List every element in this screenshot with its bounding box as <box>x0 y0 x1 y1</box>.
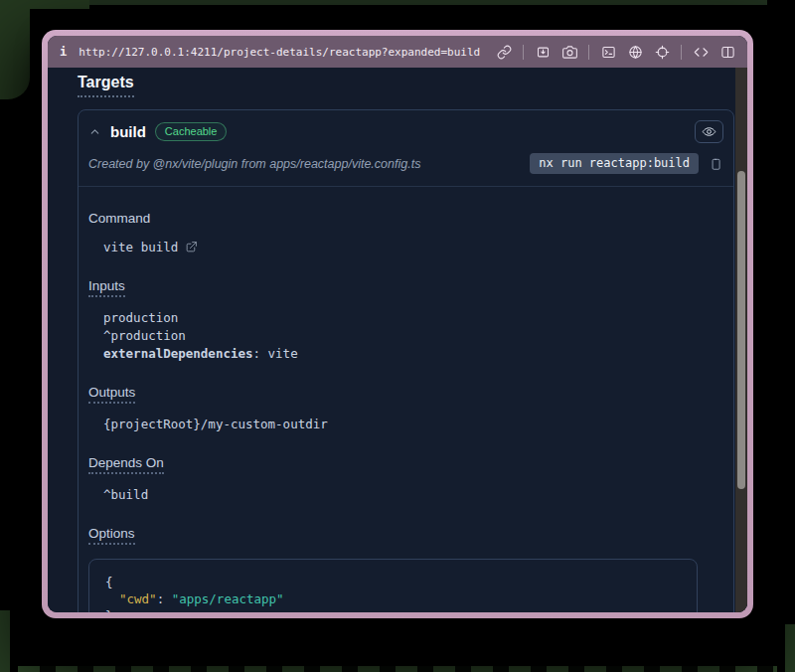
topbar-icon-group <box>496 44 735 60</box>
outputs-section: Outputs {projectRoot}/my-custom-outdir <box>88 383 723 433</box>
split-panel-icon[interactable] <box>719 44 735 60</box>
browser-topbar: i http://127.0.0.1:4211/project-details/… <box>48 36 747 68</box>
depends-on-section: Depends On ^build <box>88 453 723 504</box>
save-screenshot-icon[interactable] <box>535 44 551 60</box>
terminal-icon[interactable] <box>600 44 616 60</box>
json-key: "cwd" <box>119 591 157 606</box>
input-key-value: : vite <box>253 346 298 361</box>
crosshair-icon[interactable] <box>654 44 670 60</box>
topbar-separator <box>523 45 524 60</box>
address-bar[interactable]: http://127.0.0.1:4211/project-details/re… <box>79 46 480 59</box>
build-target-body: Command vite build Inputs production <box>79 186 733 612</box>
inputs-label: Inputs <box>88 278 125 297</box>
json-line: { <box>105 574 681 590</box>
scrollbar-track[interactable] <box>735 68 747 612</box>
options-section: Options { "cwd": "apps/reactapp" } <box>88 524 723 612</box>
background-dashed-bottom-edge <box>18 666 777 672</box>
globe-icon[interactable] <box>627 44 643 60</box>
depends-on-label: Depends On <box>88 455 164 474</box>
command-value: vite build <box>103 239 178 256</box>
eye-icon <box>702 124 716 139</box>
command-section: Command vite build <box>88 209 723 256</box>
build-target-header[interactable]: build Cacheable <box>79 110 733 149</box>
input-item: production <box>103 309 723 327</box>
inputs-section: Inputs production ^production externalDe… <box>88 276 723 363</box>
output-item: {projectRoot}/my-custom-outdir <box>103 416 723 433</box>
topbar-separator <box>588 45 589 60</box>
info-icon: i <box>60 45 67 59</box>
code-icon[interactable] <box>693 44 709 60</box>
background-corner-bottom-left <box>0 610 10 672</box>
background-corner-top-left-block <box>0 0 30 99</box>
chevron-up-icon[interactable] <box>88 125 101 138</box>
background-corner-bottom-right <box>785 624 795 672</box>
created-by-text: Created by @nx/vite/plugin from apps/rea… <box>88 157 420 171</box>
link-icon[interactable] <box>496 44 512 60</box>
cacheable-badge: Cacheable <box>155 122 228 141</box>
target-name: build <box>110 123 146 140</box>
options-label: Options <box>88 526 135 545</box>
camera-icon[interactable] <box>561 44 577 60</box>
json-separator: : <box>157 591 172 606</box>
outputs-label: Outputs <box>88 385 135 404</box>
input-item: ^production <box>103 327 723 345</box>
view-in-graph-button[interactable] <box>695 120 723 143</box>
input-item: externalDependencies: vite <box>103 345 723 363</box>
json-value: "apps/reactapp" <box>172 591 284 606</box>
build-target-meta: Created by @nx/vite/plugin from apps/rea… <box>79 149 733 186</box>
command-label: Command <box>88 211 150 226</box>
browser-window: i http://127.0.0.1:4211/project-details/… <box>42 30 753 618</box>
depends-on-item: ^build <box>103 486 723 504</box>
page-title: Targets <box>78 74 134 97</box>
json-line: "cwd": "apps/reactapp" <box>105 590 681 607</box>
target-card-build: build Cacheable Created by @nx/vite/plug… <box>78 109 734 612</box>
topbar-separator <box>681 45 682 60</box>
background-edge-top <box>28 0 767 5</box>
external-link-icon[interactable] <box>185 241 199 254</box>
scrollbar-thumb[interactable] <box>737 171 745 489</box>
project-details-page: Targets build Cacheable Created by @n <box>48 68 747 612</box>
copy-icon[interactable] <box>708 156 723 172</box>
input-key: externalDependencies <box>103 346 253 361</box>
run-command-chip: nx run reactapp:build <box>530 153 699 174</box>
json-line: } <box>105 607 681 612</box>
options-json-box: { "cwd": "apps/reactapp" } <box>88 559 698 612</box>
